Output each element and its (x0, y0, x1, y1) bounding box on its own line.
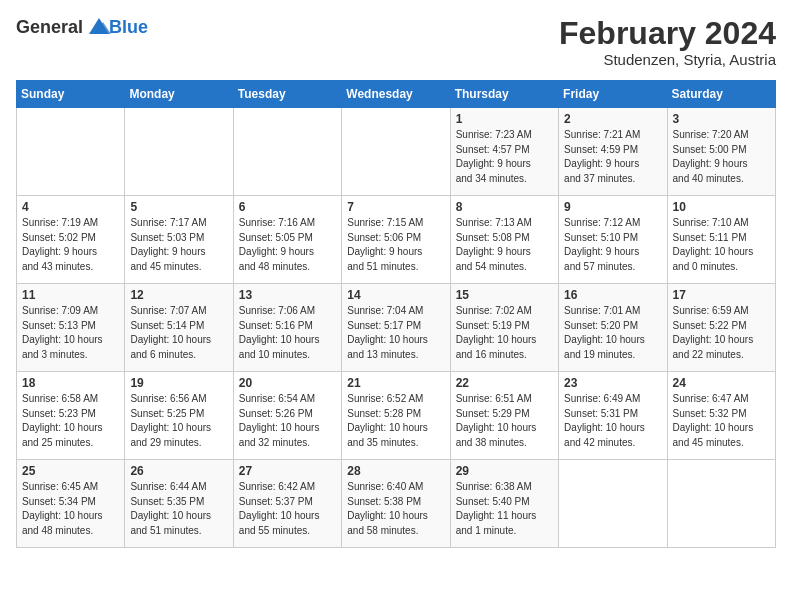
cell-content: Sunrise: 6:59 AM Sunset: 5:22 PM Dayligh… (673, 304, 770, 362)
cell-content: Sunrise: 6:52 AM Sunset: 5:28 PM Dayligh… (347, 392, 444, 450)
day-number: 12 (130, 288, 227, 302)
cell-content: Sunrise: 6:40 AM Sunset: 5:38 PM Dayligh… (347, 480, 444, 538)
cell-content: Sunrise: 7:04 AM Sunset: 5:17 PM Dayligh… (347, 304, 444, 362)
day-number: 11 (22, 288, 119, 302)
day-number: 24 (673, 376, 770, 390)
cell-content: Sunrise: 7:06 AM Sunset: 5:16 PM Dayligh… (239, 304, 336, 362)
calendar-cell (559, 460, 667, 548)
calendar-cell (125, 108, 233, 196)
calendar-cell: 29Sunrise: 6:38 AM Sunset: 5:40 PM Dayli… (450, 460, 558, 548)
cell-content: Sunrise: 6:56 AM Sunset: 5:25 PM Dayligh… (130, 392, 227, 450)
column-header-monday: Monday (125, 81, 233, 108)
day-number: 20 (239, 376, 336, 390)
cell-content: Sunrise: 6:54 AM Sunset: 5:26 PM Dayligh… (239, 392, 336, 450)
day-number: 14 (347, 288, 444, 302)
cell-content: Sunrise: 7:09 AM Sunset: 5:13 PM Dayligh… (22, 304, 119, 362)
calendar-cell: 16Sunrise: 7:01 AM Sunset: 5:20 PM Dayli… (559, 284, 667, 372)
calendar-cell: 1Sunrise: 7:23 AM Sunset: 4:57 PM Daylig… (450, 108, 558, 196)
day-number: 28 (347, 464, 444, 478)
cell-content: Sunrise: 7:10 AM Sunset: 5:11 PM Dayligh… (673, 216, 770, 274)
day-number: 13 (239, 288, 336, 302)
week-row-5: 25Sunrise: 6:45 AM Sunset: 5:34 PM Dayli… (17, 460, 776, 548)
calendar-cell (342, 108, 450, 196)
column-header-saturday: Saturday (667, 81, 775, 108)
calendar-cell: 15Sunrise: 7:02 AM Sunset: 5:19 PM Dayli… (450, 284, 558, 372)
header-row: SundayMondayTuesdayWednesdayThursdayFrid… (17, 81, 776, 108)
week-row-1: 1Sunrise: 7:23 AM Sunset: 4:57 PM Daylig… (17, 108, 776, 196)
day-number: 3 (673, 112, 770, 126)
cell-content: Sunrise: 6:42 AM Sunset: 5:37 PM Dayligh… (239, 480, 336, 538)
calendar-cell: 5Sunrise: 7:17 AM Sunset: 5:03 PM Daylig… (125, 196, 233, 284)
cell-content: Sunrise: 6:44 AM Sunset: 5:35 PM Dayligh… (130, 480, 227, 538)
calendar-cell (17, 108, 125, 196)
day-number: 6 (239, 200, 336, 214)
day-number: 18 (22, 376, 119, 390)
logo-general-text: General (16, 17, 83, 38)
cell-content: Sunrise: 6:49 AM Sunset: 5:31 PM Dayligh… (564, 392, 661, 450)
day-number: 21 (347, 376, 444, 390)
calendar-cell: 14Sunrise: 7:04 AM Sunset: 5:17 PM Dayli… (342, 284, 450, 372)
week-row-3: 11Sunrise: 7:09 AM Sunset: 5:13 PM Dayli… (17, 284, 776, 372)
calendar-table: SundayMondayTuesdayWednesdayThursdayFrid… (16, 80, 776, 548)
logo-blue-text: Blue (109, 17, 148, 38)
calendar-cell: 8Sunrise: 7:13 AM Sunset: 5:08 PM Daylig… (450, 196, 558, 284)
month-year-title: February 2024 (559, 16, 776, 51)
cell-content: Sunrise: 6:51 AM Sunset: 5:29 PM Dayligh… (456, 392, 553, 450)
calendar-cell: 22Sunrise: 6:51 AM Sunset: 5:29 PM Dayli… (450, 372, 558, 460)
cell-content: Sunrise: 6:38 AM Sunset: 5:40 PM Dayligh… (456, 480, 553, 538)
day-number: 25 (22, 464, 119, 478)
day-number: 1 (456, 112, 553, 126)
cell-content: Sunrise: 7:02 AM Sunset: 5:19 PM Dayligh… (456, 304, 553, 362)
cell-content: Sunrise: 7:15 AM Sunset: 5:06 PM Dayligh… (347, 216, 444, 274)
calendar-cell: 17Sunrise: 6:59 AM Sunset: 5:22 PM Dayli… (667, 284, 775, 372)
day-number: 15 (456, 288, 553, 302)
calendar-cell: 19Sunrise: 6:56 AM Sunset: 5:25 PM Dayli… (125, 372, 233, 460)
day-number: 29 (456, 464, 553, 478)
logo: General Blue (16, 16, 148, 38)
calendar-cell: 2Sunrise: 7:21 AM Sunset: 4:59 PM Daylig… (559, 108, 667, 196)
cell-content: Sunrise: 7:21 AM Sunset: 4:59 PM Dayligh… (564, 128, 661, 186)
calendar-cell: 18Sunrise: 6:58 AM Sunset: 5:23 PM Dayli… (17, 372, 125, 460)
calendar-cell: 12Sunrise: 7:07 AM Sunset: 5:14 PM Dayli… (125, 284, 233, 372)
cell-content: Sunrise: 7:23 AM Sunset: 4:57 PM Dayligh… (456, 128, 553, 186)
calendar-cell: 10Sunrise: 7:10 AM Sunset: 5:11 PM Dayli… (667, 196, 775, 284)
cell-content: Sunrise: 7:17 AM Sunset: 5:03 PM Dayligh… (130, 216, 227, 274)
title-area: February 2024 Studenzen, Styria, Austria (559, 16, 776, 68)
calendar-cell: 3Sunrise: 7:20 AM Sunset: 5:00 PM Daylig… (667, 108, 775, 196)
day-number: 23 (564, 376, 661, 390)
cell-content: Sunrise: 7:12 AM Sunset: 5:10 PM Dayligh… (564, 216, 661, 274)
calendar-cell: 28Sunrise: 6:40 AM Sunset: 5:38 PM Dayli… (342, 460, 450, 548)
cell-content: Sunrise: 7:20 AM Sunset: 5:00 PM Dayligh… (673, 128, 770, 186)
day-number: 5 (130, 200, 227, 214)
day-number: 2 (564, 112, 661, 126)
cell-content: Sunrise: 6:58 AM Sunset: 5:23 PM Dayligh… (22, 392, 119, 450)
calendar-cell: 4Sunrise: 7:19 AM Sunset: 5:02 PM Daylig… (17, 196, 125, 284)
column-header-friday: Friday (559, 81, 667, 108)
location-subtitle: Studenzen, Styria, Austria (559, 51, 776, 68)
day-number: 10 (673, 200, 770, 214)
column-header-wednesday: Wednesday (342, 81, 450, 108)
calendar-cell: 20Sunrise: 6:54 AM Sunset: 5:26 PM Dayli… (233, 372, 341, 460)
calendar-cell: 13Sunrise: 7:06 AM Sunset: 5:16 PM Dayli… (233, 284, 341, 372)
calendar-cell: 26Sunrise: 6:44 AM Sunset: 5:35 PM Dayli… (125, 460, 233, 548)
page-header: General Blue February 2024 Studenzen, St… (16, 16, 776, 68)
day-number: 16 (564, 288, 661, 302)
day-number: 4 (22, 200, 119, 214)
calendar-cell (233, 108, 341, 196)
column-header-sunday: Sunday (17, 81, 125, 108)
week-row-4: 18Sunrise: 6:58 AM Sunset: 5:23 PM Dayli… (17, 372, 776, 460)
column-header-tuesday: Tuesday (233, 81, 341, 108)
day-number: 27 (239, 464, 336, 478)
day-number: 22 (456, 376, 553, 390)
calendar-cell: 23Sunrise: 6:49 AM Sunset: 5:31 PM Dayli… (559, 372, 667, 460)
cell-content: Sunrise: 6:47 AM Sunset: 5:32 PM Dayligh… (673, 392, 770, 450)
calendar-cell: 24Sunrise: 6:47 AM Sunset: 5:32 PM Dayli… (667, 372, 775, 460)
cell-content: Sunrise: 6:45 AM Sunset: 5:34 PM Dayligh… (22, 480, 119, 538)
day-number: 19 (130, 376, 227, 390)
calendar-cell (667, 460, 775, 548)
calendar-cell: 27Sunrise: 6:42 AM Sunset: 5:37 PM Dayli… (233, 460, 341, 548)
day-number: 9 (564, 200, 661, 214)
cell-content: Sunrise: 7:19 AM Sunset: 5:02 PM Dayligh… (22, 216, 119, 274)
column-header-thursday: Thursday (450, 81, 558, 108)
cell-content: Sunrise: 7:16 AM Sunset: 5:05 PM Dayligh… (239, 216, 336, 274)
